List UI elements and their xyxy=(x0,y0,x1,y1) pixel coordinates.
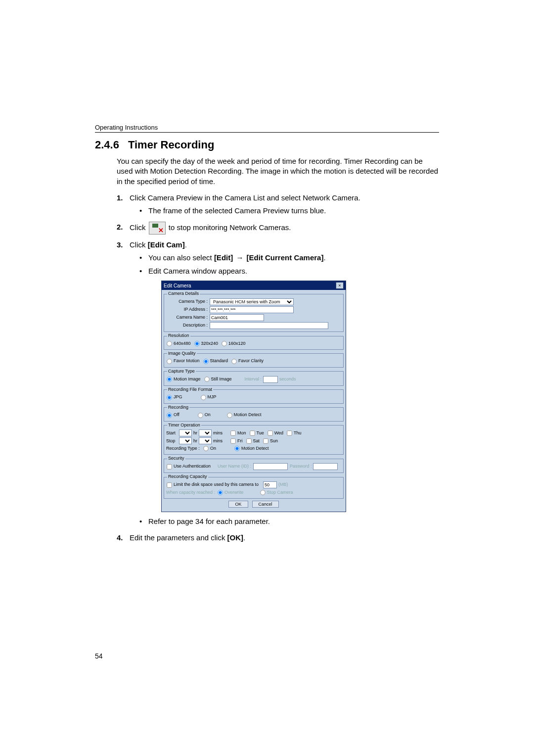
bullet: Edit Camera window appears. xyxy=(139,266,439,277)
rectype-on-radio[interactable]: On xyxy=(203,445,216,452)
group-label: Timer Operation xyxy=(167,423,201,428)
res-320-radio[interactable]: 320x240 xyxy=(194,340,219,347)
step-text: Click Camera Preview in the Camera List … xyxy=(130,193,360,202)
use-auth-check[interactable]: Use Authentication xyxy=(166,464,211,470)
step-3-bullets: You can also select [Edit] → [Edit Curre… xyxy=(139,252,439,277)
edit-menu-label: [Edit] xyxy=(214,253,233,262)
overwrite-radio[interactable]: Overwrite xyxy=(217,489,244,496)
section-heading: 2.4.6Timer Recording xyxy=(95,139,439,151)
step-text-pre: Edit the parameters and click xyxy=(130,533,227,542)
dialog-title: Edit Camera xyxy=(164,283,191,288)
description-input[interactable] xyxy=(210,322,328,329)
hr-label: hr xyxy=(193,431,197,436)
sat-check[interactable]: Sat xyxy=(246,438,260,444)
sun-check[interactable]: Sun xyxy=(263,438,278,444)
capture-motion-radio[interactable]: Motion Image xyxy=(166,376,201,382)
stop-hr-select[interactable]: 23 xyxy=(179,437,192,444)
step-3-bullets-after: Refer to page 34 for each parameter. xyxy=(139,516,439,527)
thu-check[interactable]: Thu xyxy=(286,430,302,436)
password-input[interactable] xyxy=(313,463,338,470)
quality-motion-radio[interactable]: Favor Motion xyxy=(166,358,200,365)
dialog-body: Camera Details Camera Type : Panasonic H… xyxy=(162,290,346,512)
group-label: Security xyxy=(167,456,185,461)
edit-cam-label: [Edit Cam] xyxy=(148,240,185,249)
description-label: Description : xyxy=(166,323,210,328)
camera-name-input[interactable] xyxy=(210,314,264,321)
interval-label: Interval : xyxy=(245,377,262,382)
recording-motion-radio[interactable]: Motion Detect xyxy=(226,412,262,419)
stop-min-select[interactable]: 59 xyxy=(199,437,212,444)
txt: You can also select xyxy=(148,253,214,262)
step-text-pre: Click xyxy=(130,240,148,249)
ok-button[interactable]: OK xyxy=(228,501,248,508)
group-label: Capture Type xyxy=(167,369,196,374)
when-reached-label: When capacity reached : xyxy=(166,490,215,495)
recording-capacity-group: Recording Capacity Limit the disk space … xyxy=(164,474,344,499)
mon-check[interactable]: Mon xyxy=(230,430,246,436)
res-160-radio[interactable]: 160x120 xyxy=(221,340,246,347)
edit-current-camera-label: [Edit Current Camera] xyxy=(247,253,324,262)
step-number: 1. xyxy=(117,192,123,204)
hr-label: hr xyxy=(193,439,197,444)
step-2: 2. Click ✕ to stop monitoring Network Ca… xyxy=(117,222,439,235)
limit-space-check[interactable]: Limit the disk space used by this camera… xyxy=(166,482,259,488)
password-label: Password : xyxy=(290,464,312,469)
bullet: Refer to page 34 for each parameter. xyxy=(139,516,439,527)
stop-label: Stop xyxy=(166,439,179,444)
ip-address-label: IP Address : xyxy=(166,307,210,312)
mins-label: mins xyxy=(213,439,222,444)
capture-still-radio[interactable]: Still Image xyxy=(204,376,232,382)
group-label: Resolution xyxy=(167,333,190,338)
recording-on-radio[interactable]: On xyxy=(197,412,211,419)
ip-address-input[interactable] xyxy=(210,306,294,313)
interval-input[interactable] xyxy=(263,376,278,383)
document-page: Operating Instructions 2.4.6Timer Record… xyxy=(0,0,534,756)
step-text-post: . xyxy=(185,240,187,249)
step-text-post: to stop monitoring Network Cameras. xyxy=(169,223,291,232)
step-3: 3. Click [Edit Cam]. You can also select… xyxy=(117,239,439,527)
close-icon[interactable]: × xyxy=(336,282,344,289)
group-label: Recording File Format xyxy=(167,387,213,392)
format-mjp-radio[interactable]: MJP xyxy=(200,394,217,401)
rectype-motion-radio[interactable]: Motion Detect xyxy=(234,445,269,452)
stop-monitor-icon: ✕ xyxy=(149,222,166,235)
camera-type-select[interactable]: Panasonic HCM series with Zoom xyxy=(210,298,294,305)
section-title: Timer Recording xyxy=(128,139,214,151)
tue-check[interactable]: Tue xyxy=(249,430,264,436)
dialog-titlebar: Edit Camera × xyxy=(162,281,346,290)
seconds-label: seconds xyxy=(279,377,296,382)
resolution-group: Resolution 640x480 320x240 160x120 xyxy=(164,333,344,350)
bullet: You can also select [Edit] → [Edit Curre… xyxy=(139,252,439,264)
camera-details-group: Camera Details Camera Type : Panasonic H… xyxy=(164,291,344,332)
arrow-right-icon: → xyxy=(236,252,243,264)
start-min-select[interactable]: 0 xyxy=(199,429,212,436)
recording-group: Recording Off On Motion Detect xyxy=(164,405,344,422)
res-640-radio[interactable]: 640x480 xyxy=(166,340,191,347)
cancel-button[interactable]: Cancel xyxy=(252,501,279,508)
username-input[interactable] xyxy=(253,463,288,470)
start-hr-select[interactable]: 0 xyxy=(179,429,192,436)
quality-standard-radio[interactable]: Standard xyxy=(203,358,228,365)
group-label: Recording Capacity xyxy=(167,474,208,479)
ok-label: [OK] xyxy=(227,533,244,542)
capture-type-group: Capture Type Motion Image Still Image In… xyxy=(164,369,344,386)
step-text-post: . xyxy=(243,533,245,542)
start-label: Start xyxy=(166,431,179,436)
quality-clarity-radio[interactable]: Favor Clarity xyxy=(231,358,264,365)
image-quality-group: Image Quality Favor Motion Standard Favo… xyxy=(164,351,344,368)
timer-operation-group: Timer Operation Start 0 hr 0 mins Mon Tu… xyxy=(164,423,344,455)
step-number: 3. xyxy=(117,239,123,251)
mb-label: (MB) xyxy=(278,482,288,487)
recording-off-radio[interactable]: Off xyxy=(166,412,179,419)
step-number: 2. xyxy=(117,222,123,233)
wed-check[interactable]: Wed xyxy=(267,430,283,436)
camera-name-label: Camera Name : xyxy=(166,315,210,320)
step-list: 1. Click Camera Preview in the Camera Li… xyxy=(117,192,439,544)
stop-camera-radio[interactable]: Stop Camera xyxy=(260,489,293,496)
edit-camera-dialog: Edit Camera × Camera Details Camera Type… xyxy=(161,281,346,512)
limit-mb-input[interactable] xyxy=(263,481,277,488)
fri-check[interactable]: Fri xyxy=(230,438,243,444)
format-jpg-radio[interactable]: JPG xyxy=(166,394,182,401)
header-rule xyxy=(95,132,439,133)
intro-paragraph: You can specify the day of the week and … xyxy=(117,156,439,187)
